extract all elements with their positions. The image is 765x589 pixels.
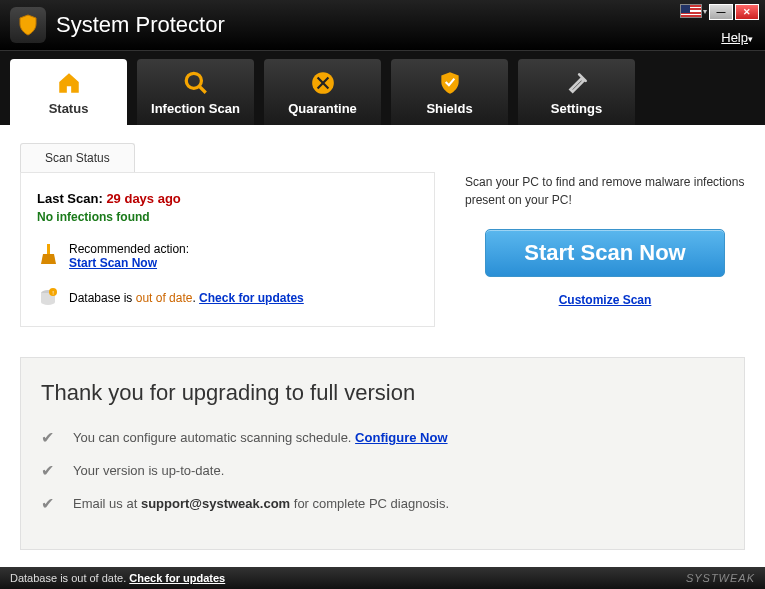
broom-icon bbox=[37, 242, 59, 270]
check-icon: ✔ bbox=[41, 428, 59, 447]
upgrade-row-email: ✔ Email us at support@systweak.com for c… bbox=[41, 494, 724, 513]
tab-quarantine[interactable]: Quarantine bbox=[264, 59, 381, 125]
minimize-button[interactable]: — bbox=[709, 4, 733, 20]
close-button[interactable]: ✕ bbox=[735, 4, 759, 20]
titlebar: System Protector ▾ — ✕ Help bbox=[0, 0, 765, 50]
scan-description: Scan your PC to find and remove malware … bbox=[465, 173, 745, 209]
database-status-row: ! Database is out of date. Check for upd… bbox=[37, 288, 418, 308]
quarantine-icon bbox=[309, 69, 337, 97]
statusbar-check-updates-link[interactable]: Check for updates bbox=[129, 572, 225, 584]
customize-scan-link[interactable]: Customize Scan bbox=[559, 293, 652, 307]
upgrade-title: Thank you for upgrading to full version bbox=[41, 380, 724, 406]
support-email: support@systweak.com bbox=[141, 496, 290, 511]
svg-line-1 bbox=[199, 86, 206, 93]
main-tabs: Status Infection Scan Quarantine Shields… bbox=[0, 50, 765, 125]
tab-label: Settings bbox=[551, 101, 602, 116]
last-scan-value: 29 days ago bbox=[106, 191, 180, 206]
start-scan-link[interactable]: Start Scan Now bbox=[69, 256, 157, 270]
svg-point-0 bbox=[186, 73, 201, 88]
scan-status-column: Scan Status Last Scan: 29 days ago No in… bbox=[20, 143, 435, 327]
tab-infection-scan[interactable]: Infection Scan bbox=[137, 59, 254, 125]
scan-status-panel: Last Scan: 29 days ago No infections fou… bbox=[20, 172, 435, 327]
svg-rect-3 bbox=[47, 244, 50, 254]
recommended-label: Recommended action: bbox=[69, 242, 189, 256]
help-menu[interactable]: Help bbox=[721, 30, 753, 45]
home-icon bbox=[55, 69, 83, 97]
tab-label: Shields bbox=[426, 101, 472, 116]
brand-logo: SYSTWEAK bbox=[686, 572, 755, 584]
check-icon: ✔ bbox=[41, 494, 59, 513]
database-icon: ! bbox=[37, 288, 59, 308]
scan-status-tab[interactable]: Scan Status bbox=[20, 143, 135, 172]
tab-status[interactable]: Status bbox=[10, 59, 127, 125]
check-icon: ✔ bbox=[41, 461, 59, 480]
configure-now-link[interactable]: Configure Now bbox=[355, 430, 447, 445]
start-scan-button[interactable]: Start Scan Now bbox=[485, 229, 725, 277]
tab-label: Quarantine bbox=[288, 101, 357, 116]
flag-us-icon bbox=[680, 4, 702, 18]
magnifier-icon bbox=[182, 69, 210, 97]
db-status: out of date bbox=[136, 291, 193, 305]
app-title: System Protector bbox=[56, 12, 225, 38]
tab-shields[interactable]: Shields bbox=[391, 59, 508, 125]
last-scan-label: Last Scan: bbox=[37, 191, 103, 206]
scan-action-column: Scan your PC to find and remove malware … bbox=[465, 143, 745, 327]
tab-label: Infection Scan bbox=[151, 101, 240, 116]
language-selector[interactable]: ▾ bbox=[680, 4, 707, 18]
no-infections-text: No infections found bbox=[37, 210, 418, 224]
check-updates-link[interactable]: Check for updates bbox=[199, 291, 304, 305]
tab-label: Status bbox=[49, 101, 89, 116]
upgrade-row-schedule: ✔ You can configure automatic scanning s… bbox=[41, 428, 724, 447]
shield-icon bbox=[436, 69, 464, 97]
recommended-action-row: Recommended action: Start Scan Now bbox=[37, 242, 418, 270]
statusbar: Database is out of date. Check for updat… bbox=[0, 567, 765, 589]
last-scan-row: Last Scan: 29 days ago bbox=[37, 191, 418, 206]
db-prefix: Database is bbox=[69, 291, 136, 305]
upgrade-row-version: ✔ Your version is up-to-date. bbox=[41, 461, 724, 480]
upgrade-panel: Thank you for upgrading to full version … bbox=[20, 357, 745, 550]
statusbar-text: Database is out of date. bbox=[10, 572, 129, 584]
tab-settings[interactable]: Settings bbox=[518, 59, 635, 125]
app-logo bbox=[10, 7, 46, 43]
tools-icon bbox=[563, 69, 591, 97]
content-area: Scan Status Last Scan: 29 days ago No in… bbox=[0, 125, 765, 337]
